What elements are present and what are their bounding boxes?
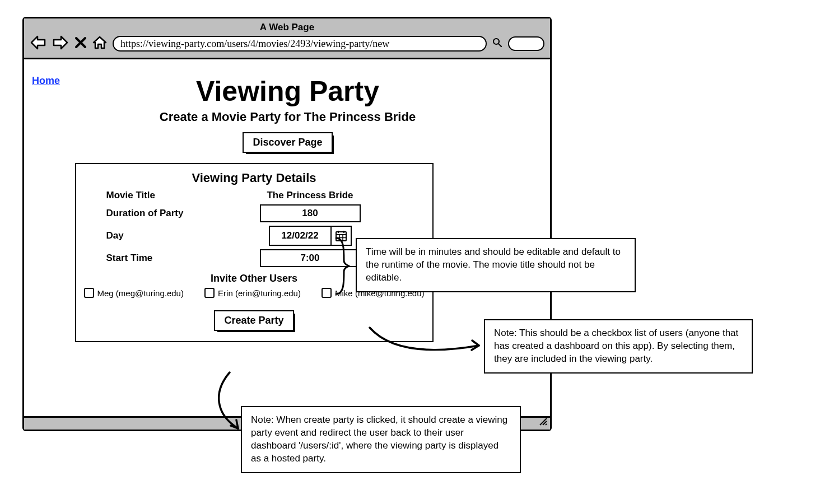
annotation-users: Note: This should be a checkbox list of … (484, 319, 753, 374)
annotation-create: Note: When create party is clicked, it s… (241, 406, 521, 473)
stop-icon[interactable] (74, 36, 87, 51)
details-panel-title: Viewing Party Details (82, 171, 427, 185)
search-pill[interactable] (508, 36, 544, 51)
checkbox-icon[interactable] (84, 288, 94, 298)
day-label: Day (82, 230, 194, 241)
address-bar[interactable]: https://viewing-party.com/users/4/movies… (113, 36, 487, 52)
start-time-label: Start Time (82, 253, 194, 264)
browser-chrome: A Web Page https://viewing-party.com/use… (24, 18, 550, 59)
invitee-checkbox-item[interactable]: Erin (erin@turing.edu) (204, 288, 301, 298)
movie-title-value: The Princess Bride (267, 190, 353, 200)
svg-line-1 (498, 44, 501, 46)
search-icon[interactable] (492, 38, 502, 50)
page-title: Viewing Party (32, 75, 543, 108)
home-link[interactable]: Home (32, 75, 60, 87)
back-arrow-icon[interactable] (30, 35, 46, 52)
browser-window: A Web Page https://viewing-party.com/use… (22, 17, 552, 431)
forward-arrow-icon[interactable] (52, 35, 69, 52)
annotation-time: Time will be in minutes and should be ed… (356, 238, 636, 292)
home-icon[interactable] (92, 35, 107, 52)
checkbox-icon[interactable] (204, 288, 215, 298)
create-party-button[interactable]: Create Party (214, 310, 293, 331)
checkbox-icon[interactable] (322, 288, 332, 298)
duration-label: Duration of Party (82, 208, 194, 219)
browser-chrome-title: A Web Page (30, 18, 544, 35)
movie-title-label: Movie Title (82, 190, 194, 201)
day-input[interactable] (269, 226, 330, 246)
url-text: https://viewing-party.com/users/4/movies… (120, 37, 389, 50)
duration-input[interactable] (260, 204, 361, 222)
brace-icon (332, 235, 354, 297)
resize-grip-icon[interactable] (538, 416, 548, 428)
invitee-label: Meg (meg@turing.edu) (97, 288, 184, 298)
invitee-label: Erin (erin@turing.edu) (218, 288, 301, 298)
page-subtitle: Create a Movie Party for The Princess Br… (32, 110, 543, 124)
browser-toolbar: https://viewing-party.com/users/4/movies… (30, 35, 544, 52)
discover-page-button[interactable]: Discover Page (243, 132, 332, 153)
invitee-checkbox-item[interactable]: Meg (meg@turing.edu) (84, 288, 184, 298)
svg-line-11 (546, 424, 547, 425)
